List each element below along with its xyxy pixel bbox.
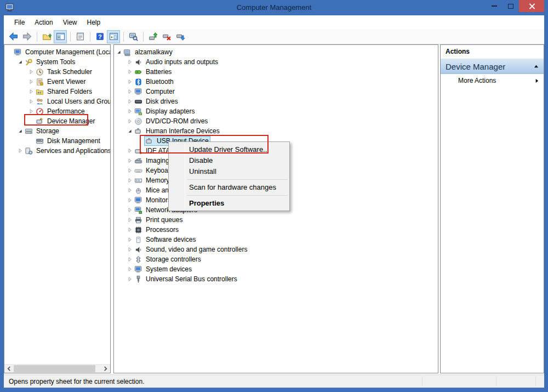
expander-collapsed-icon[interactable]: [126, 107, 134, 115]
tree-item-system-devices[interactable]: System devices: [114, 264, 438, 274]
expander-collapsed-icon[interactable]: [126, 177, 134, 184]
close-button[interactable]: [519, 0, 544, 12]
tree-item-storage-controllers[interactable]: Storage controllers: [114, 254, 438, 264]
scrollbar-thumb[interactable]: [14, 365, 95, 372]
expander-collapsed-icon[interactable]: [27, 68, 35, 76]
tree-item-label: System Tools: [35, 58, 76, 66]
expander-collapsed-icon[interactable]: [126, 246, 134, 253]
uninstall-device-button[interactable]: [160, 30, 173, 43]
tree-item-label: Processors: [145, 225, 180, 234]
expander-collapsed-icon[interactable]: [27, 78, 35, 86]
tree-item-label: Print queues: [145, 215, 184, 224]
expander-collapsed-icon[interactable]: [16, 147, 24, 155]
expander-collapsed-icon[interactable]: [126, 78, 134, 86]
menu-file[interactable]: File: [9, 16, 30, 29]
printer-icon: [134, 215, 142, 224]
update-driver-button[interactable]: [146, 30, 159, 43]
tree-item-universal-serial-bus-controllers[interactable]: Universal Serial Bus controllers: [114, 274, 438, 284]
tree-item-display-adapters[interactable]: Display adapters: [114, 106, 438, 116]
properties-button[interactable]: [73, 30, 87, 43]
console-tree-toggle-button[interactable]: [54, 30, 67, 43]
expander-expanded-icon[interactable]: [16, 127, 24, 135]
more-actions-item[interactable]: More Actions: [441, 74, 544, 87]
help-button[interactable]: ?: [93, 30, 106, 43]
tree-item-label: Local Users and Groups: [46, 97, 111, 106]
tree-item-label: System devices: [145, 265, 193, 274]
tree-item-event-viewer[interactable]: Event Viewer: [4, 77, 110, 87]
action-pane-toggle-button[interactable]: [107, 30, 120, 43]
expander-expanded-icon[interactable]: [16, 58, 24, 66]
disable-device-button[interactable]: [174, 30, 187, 43]
expander-collapsed-icon[interactable]: [126, 236, 134, 243]
disk-management-icon: [35, 137, 44, 145]
tree-item-alzamalkawy[interactable]: alzamalkawy: [114, 47, 438, 57]
tree-item-bluetooth[interactable]: Bluetooth: [114, 77, 438, 87]
tree-item-print-queues[interactable]: Print queues: [114, 215, 438, 225]
tree-item-computer-management-local[interactable]: Computer Management (Local: [4, 47, 110, 57]
status-divider: [496, 377, 496, 386]
expander-collapsed-icon[interactable]: [126, 196, 134, 204]
imaging-icon: [134, 156, 142, 165]
expander-collapsed-icon[interactable]: [126, 275, 134, 283]
horizontal-scrollbar[interactable]: [4, 364, 110, 373]
tree-item-software-devices[interactable]: Software devices: [114, 235, 438, 245]
maximize-button[interactable]: [503, 0, 519, 12]
tree-item-storage[interactable]: Storage: [4, 126, 110, 136]
computer-icon: [123, 48, 132, 56]
export-list-button[interactable]: [40, 30, 53, 43]
expander-collapsed-icon[interactable]: [126, 265, 134, 273]
tree-item-task-scheduler[interactable]: Task Scheduler: [4, 67, 110, 77]
expander-collapsed-icon[interactable]: [126, 206, 134, 214]
tree-item-audio-inputs-and-outputs[interactable]: Audio inputs and outputs: [114, 57, 438, 67]
system-tools-icon: [24, 58, 33, 66]
expander-collapsed-icon[interactable]: [126, 58, 134, 66]
expander-collapsed-icon[interactable]: [126, 255, 134, 263]
context-menu-separator: [169, 177, 289, 182]
scan-computer-icon: [129, 32, 138, 41]
expander-collapsed-icon[interactable]: [126, 216, 134, 224]
actions-section-device-manager[interactable]: Device Manager: [441, 59, 544, 74]
menu-help[interactable]: Help: [82, 16, 106, 29]
expander-collapsed-icon[interactable]: [27, 98, 35, 105]
action-pane-toggle-icon: [109, 32, 118, 41]
expander-collapsed-icon[interactable]: [126, 186, 134, 194]
forward-button[interactable]: [20, 30, 33, 43]
tree-item-shared-folders[interactable]: Shared Folders: [4, 87, 110, 96]
tree-item-batteries[interactable]: Batteries: [114, 67, 438, 77]
tree-item-services-and-applications[interactable]: Services and Applications: [4, 146, 110, 156]
scan-computer-button[interactable]: [127, 30, 140, 43]
expander-collapsed-icon[interactable]: [27, 88, 35, 95]
back-button[interactable]: [7, 30, 20, 43]
context-menu-item-uninstall[interactable]: Uninstall: [169, 166, 289, 177]
expander-expanded-icon[interactable]: [126, 127, 134, 135]
scroll-left-arrow-icon[interactable]: [4, 365, 14, 373]
menu-action[interactable]: Action: [30, 16, 58, 29]
tree-item-disk-management[interactable]: Disk Management: [4, 136, 110, 146]
status-divider: [422, 377, 423, 386]
context-menu-item-disable[interactable]: Disable: [169, 155, 289, 166]
context-menu-item-properties[interactable]: Properties: [169, 198, 289, 209]
expander-collapsed-icon[interactable]: [126, 147, 134, 155]
minimize-button[interactable]: [486, 0, 503, 12]
expander-collapsed-icon[interactable]: [126, 157, 134, 164]
expander-collapsed-icon[interactable]: [126, 117, 134, 125]
context-menu-item-scan-for-hardware-changes[interactable]: Scan for hardware changes: [169, 182, 289, 193]
expander-collapsed-icon[interactable]: [126, 88, 134, 95]
expander-expanded-icon[interactable]: [115, 48, 123, 56]
tree-item-label: Software devices: [145, 235, 197, 244]
scroll-right-arrow-icon[interactable]: [101, 365, 110, 373]
tree-item-processors[interactable]: Processors: [114, 225, 438, 235]
tree-item-local-users-and-groups[interactable]: Local Users and Groups: [4, 96, 110, 106]
system-devices-icon: [134, 265, 142, 274]
tree-item-dvd-cd-rom-drives[interactable]: DVD/CD-ROM drives: [114, 116, 438, 126]
chevron-up-icon[interactable]: [534, 64, 539, 69]
menu-view[interactable]: View: [58, 16, 82, 29]
expander-collapsed-icon[interactable]: [126, 68, 134, 76]
tree-item-system-tools[interactable]: System Tools: [4, 57, 110, 67]
expander-collapsed-icon[interactable]: [126, 226, 134, 234]
expander-collapsed-icon[interactable]: [126, 98, 134, 105]
tree-item-computer[interactable]: Computer: [114, 87, 438, 96]
expander-collapsed-icon[interactable]: [126, 167, 134, 174]
tree-item-disk-drives[interactable]: Disk drives: [114, 96, 438, 106]
tree-item-sound-video-and-game-controllers[interactable]: Sound, video and game controllers: [114, 245, 438, 254]
